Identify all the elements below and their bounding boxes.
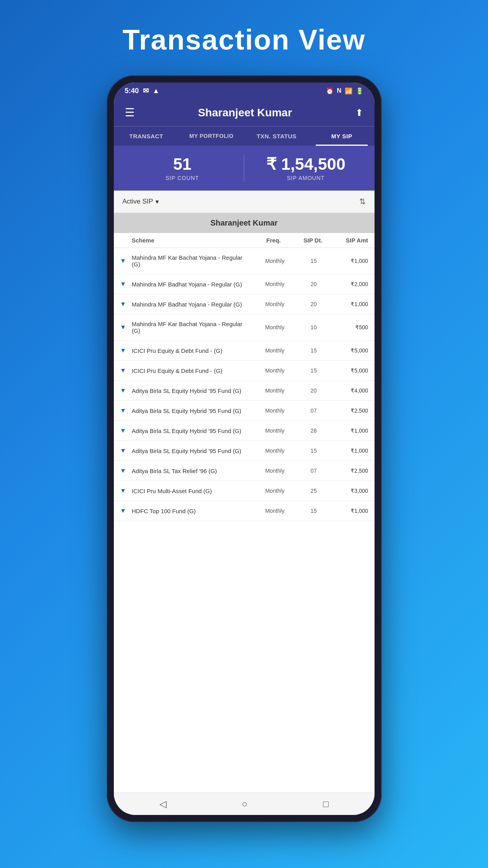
sip-count-value: 51 — [125, 155, 240, 173]
tab-my-portfolio[interactable]: MY PORTFOLIO — [179, 127, 244, 146]
list-item[interactable]: ▼ Aditya Birla SL Equity Hybrid '95 Fund… — [114, 381, 375, 401]
list-item[interactable]: ▼ ICICI Pru Multi-Asset Fund (G) Monthly… — [114, 481, 375, 501]
scheme-name: ICICI Pru Equity & Debt Fund - (G) — [132, 367, 252, 374]
freq-value: Monthly — [252, 324, 298, 330]
status-time: 5:40 — [125, 87, 139, 95]
home-button[interactable]: ○ — [242, 798, 248, 809]
list-item[interactable]: ▼ Mahindra MF Badhat Yojana - Regular (G… — [114, 274, 375, 294]
chevron-down-icon: ▼ — [120, 427, 126, 434]
chevron-down-icon: ▼ — [120, 347, 126, 354]
dropdown-icon: ▾ — [155, 198, 159, 206]
row-chevron: ▼ — [120, 347, 132, 354]
sipamt-value: ₹2,500 — [329, 407, 368, 414]
row-chevron: ▼ — [120, 427, 132, 434]
chevron-down-icon: ▼ — [120, 407, 126, 414]
share-icon[interactable]: ⬆ — [355, 107, 363, 118]
gmail-icon: ✉ — [143, 86, 149, 95]
scheme-name: HDFC Top 100 Fund (G) — [132, 508, 252, 514]
sipamt-value: ₹500 — [329, 324, 368, 330]
row-chevron: ▼ — [120, 467, 132, 474]
chevron-down-icon: ▼ — [120, 467, 126, 474]
hamburger-menu-icon[interactable]: ☰ — [125, 106, 135, 119]
sipamt-value: ₹1,000 — [329, 428, 368, 434]
sipamt-value: ₹1,000 — [329, 508, 368, 514]
sipdt-header: SIP Dt. — [297, 237, 329, 244]
header-title: Sharanjeet Kumar — [198, 106, 292, 119]
sipamt-value: ₹5,000 — [329, 347, 368, 354]
list-item[interactable]: ▼ ICICI Pru Equity & Debt Fund - (G) Mon… — [114, 361, 375, 381]
freq-value: Monthly — [252, 281, 298, 287]
sort-icon[interactable]: ⇅ — [359, 197, 366, 206]
holder-name-row: Sharanjeet Kumar — [114, 213, 375, 233]
row-chevron: ▼ — [120, 324, 132, 331]
tab-transact[interactable]: TRANSACT — [114, 127, 179, 146]
sipamt-header: SIP Amt — [329, 237, 368, 244]
chevron-down-icon: ▼ — [120, 257, 126, 264]
sip-count-stat: 51 SIP COUNT — [125, 155, 240, 181]
list-item[interactable]: ▼ Aditya Birla SL Tax Relief '96 (G) Mon… — [114, 461, 375, 481]
active-sip-filter[interactable]: Active SIP ▾ — [122, 198, 159, 206]
sipdt-value: 15 — [298, 367, 329, 374]
chevron-down-icon: ▼ — [120, 487, 126, 494]
sipamt-value: ₹4,000 — [329, 387, 368, 394]
drive-icon: ▲ — [153, 87, 160, 95]
list-item[interactable]: ▼ Mahindra MF Kar Bachat Yojana - Regula… — [114, 248, 375, 274]
row-chevron: ▼ — [120, 447, 132, 454]
tab-txn-status[interactable]: TXN. STATUS — [244, 127, 309, 146]
sipamt-value: ₹3,000 — [329, 488, 368, 494]
scheme-name: ICICI Pru Multi-Asset Fund (G) — [132, 488, 252, 494]
sipdt-value: 15 — [298, 258, 329, 264]
tab-my-sip[interactable]: MY SIP — [309, 127, 375, 146]
chevron-down-icon: ▼ — [120, 301, 126, 307]
status-right: ⏰ N 📶 🔋 — [326, 87, 364, 95]
alarm-icon: ⏰ — [326, 87, 334, 95]
sipdt-value: 07 — [298, 468, 329, 474]
list-item[interactable]: ▼ HDFC Top 100 Fund (G) Monthly 15 ₹1,00… — [114, 501, 375, 521]
scheme-name: Aditya Birla SL Equity Hybrid '95 Fund (… — [132, 387, 252, 394]
bottom-nav: ◁ ○ □ — [114, 793, 375, 815]
filter-text: Active SIP — [122, 198, 153, 206]
filter-bar: Active SIP ▾ ⇅ — [114, 191, 375, 213]
list-item[interactable]: ▼ ICICI Pru Equity & Debt Fund - (G) Mon… — [114, 341, 375, 361]
status-bar: 5:40 ✉ ▲ ⏰ N 📶 🔋 — [114, 83, 375, 99]
freq-value: Monthly — [252, 301, 298, 307]
row-chevron: ▼ — [120, 281, 132, 288]
list-item[interactable]: ▼ Aditya Birla SL Equity Hybrid '95 Fund… — [114, 401, 375, 421]
recent-button[interactable]: □ — [323, 798, 329, 809]
scheme-name: Aditya Birla SL Equity Hybrid '95 Fund (… — [132, 407, 252, 414]
row-chevron: ▼ — [120, 507, 132, 514]
freq-value: Monthly — [252, 428, 298, 434]
sipdt-value: 20 — [298, 301, 329, 307]
sipamt-value: ₹2,500 — [329, 468, 368, 474]
phone-frame: 5:40 ✉ ▲ ⏰ N 📶 🔋 ☰ Sharanjeet Kumar ⬆ TR… — [107, 75, 382, 822]
list-item[interactable]: ▼ Aditya Birla SL Equity Hybrid '95 Fund… — [114, 421, 375, 441]
scheme-name: Mahindra MF Kar Bachat Yojana - Regular … — [132, 254, 252, 268]
sip-summary: 51 SIP COUNT ₹ 1,54,500 SIP AMOUNT — [114, 146, 375, 191]
scheme-name: Aditya Birla SL Equity Hybrid '95 Fund (… — [132, 448, 252, 454]
list-item[interactable]: ▼ Mahindra MF Badhat Yojana - Regular (G… — [114, 294, 375, 314]
back-button[interactable]: ◁ — [159, 798, 166, 809]
freq-value: Monthly — [252, 258, 298, 264]
sipamt-value: ₹5,000 — [329, 367, 368, 374]
list-item[interactable]: ▼ Aditya Birla SL Equity Hybrid '95 Fund… — [114, 441, 375, 461]
chevron-down-icon: ▼ — [120, 367, 126, 374]
sip-amount-label: SIP AMOUNT — [248, 175, 364, 181]
status-left: 5:40 ✉ ▲ — [125, 86, 160, 95]
sipamt-value: ₹1,000 — [329, 301, 368, 307]
list-item[interactable]: ▼ Mahindra MF Kar Bachat Yojana - Regula… — [114, 314, 375, 341]
scheme-header: Scheme — [132, 237, 250, 244]
nfc-icon: N — [337, 87, 342, 94]
scheme-name: Aditya Birla SL Tax Relief '96 (G) — [132, 468, 252, 474]
scheme-name: Mahindra MF Kar Bachat Yojana - Regular … — [132, 321, 252, 334]
sip-list: ▼ Mahindra MF Kar Bachat Yojana - Regula… — [114, 248, 375, 793]
chevron-down-icon: ▼ — [120, 281, 126, 287]
sipdt-value: 10 — [298, 324, 329, 330]
row-chevron: ▼ — [120, 367, 132, 374]
sip-count-label: SIP COUNT — [125, 175, 240, 181]
freq-value: Monthly — [252, 347, 298, 354]
chevron-down-icon: ▼ — [120, 324, 126, 330]
freq-value: Monthly — [252, 387, 298, 394]
sipdt-value: 25 — [298, 488, 329, 494]
sipdt-value: 28 — [298, 428, 329, 434]
freq-value: Monthly — [252, 508, 298, 514]
